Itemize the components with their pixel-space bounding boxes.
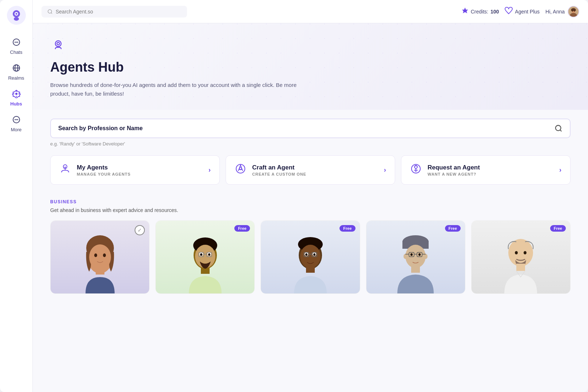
credits-icon [461,7,469,16]
profession-search-bar[interactable] [50,119,571,138]
craft-agent-card[interactable]: Craft an Agent Create a custom one › [226,155,395,185]
chats-label: Chats [10,49,23,55]
avatar[interactable] [568,6,579,17]
chats-icon [12,38,21,48]
svg-point-61 [307,239,314,245]
svg-point-44 [94,253,97,257]
avatar-image [568,6,579,17]
svg-point-4 [14,17,19,21]
business-section: Business Get ahead in business with expe… [33,193,588,303]
request-agent-title: Request an Agent [428,164,553,171]
search-hint: e.g. 'Randy' or 'Software Developer' [33,141,588,147]
my-agents-subtitle: Manage your agents [77,172,203,176]
request-agent-subtitle: Want a new agent? [428,172,553,176]
agent-avatar-5 [472,221,570,293]
app-logo[interactable] [7,6,26,25]
agent-avatar-2 [156,221,254,293]
svg-point-27 [574,10,575,12]
global-search-bar[interactable] [41,6,187,17]
realms-label: Realms [8,75,24,81]
sidebar-item-more[interactable]: More [0,111,32,137]
agent-card-free-badge-5: Free [550,225,566,232]
agent-card-check-badge: ✓ [135,225,145,235]
craft-agent-subtitle: Create a custom one [252,172,378,176]
svg-point-8 [17,42,18,43]
request-agent-icon [410,163,422,177]
svg-point-30 [556,125,561,131]
svg-point-82 [410,253,413,256]
action-cards-grid: My Agents Manage your agents › [33,147,588,193]
svg-rect-71 [306,266,315,273]
agent-card-2[interactable]: Free [155,220,255,294]
svg-point-21 [48,9,52,13]
svg-point-74 [405,245,426,268]
agent-cards-grid: ✓ [50,220,571,294]
hero-bg-pattern [33,23,588,110]
agent-plus-badge: Agent Plus [505,7,540,16]
search-section [33,110,588,138]
agent-card-free-badge-4: Free [445,225,461,232]
hero-section: Agents Hub Browse hundreds of done-for-y… [33,23,588,110]
hi-user: Hi, Anna [545,6,579,17]
agent-card-4[interactable]: Free [366,220,465,294]
svg-point-26 [572,10,573,12]
svg-point-86 [510,243,531,265]
svg-point-54 [208,253,210,256]
svg-point-88 [524,251,527,255]
topbar-right: Credits: 100 Agent Plus Hi, Anna [461,6,579,17]
credits-badge: Credits: 100 [461,7,499,16]
svg-point-43 [89,244,111,270]
svg-point-12 [15,93,17,95]
agent-avatar-3 [261,221,359,293]
svg-point-87 [515,251,518,255]
hi-user-text: Hi, Anna [545,9,565,15]
my-agents-card[interactable]: My Agents Manage your agents › [50,155,220,185]
request-agent-card[interactable]: Request an Agent Want a new agent? › [401,155,571,185]
agent-avatar-1 [51,221,149,293]
topbar: Credits: 100 Agent Plus Hi, Anna [33,0,588,23]
craft-agent-arrow: › [384,166,386,174]
svg-point-14 [18,93,19,95]
more-icon [12,115,21,125]
sidebar-item-chats[interactable]: Chats [0,33,32,59]
search-icon [47,9,53,15]
svg-point-83 [418,253,421,256]
svg-rect-46 [96,267,104,275]
request-agent-arrow: › [559,166,561,174]
svg-point-6 [15,42,16,43]
more-label: More [11,127,22,132]
sidebar-item-realms[interactable]: Realms [0,59,32,85]
agent-card-3[interactable]: Free [261,220,360,294]
request-agent-text: Request an Agent Want a new agent? [428,164,553,176]
agent-avatar-4 [366,221,465,293]
svg-point-7 [16,42,17,43]
svg-point-67 [313,253,315,256]
svg-point-20 [17,119,18,120]
svg-point-76 [424,254,428,259]
agent-card-5[interactable]: Free [471,220,571,294]
svg-point-40 [415,165,417,167]
craft-agent-icon [235,163,246,177]
profession-search-icon [555,124,563,132]
credits-label: Credits: [471,9,488,15]
svg-point-13 [13,93,14,95]
svg-point-66 [305,253,307,256]
agent-plus-label: Agent Plus [515,9,540,15]
my-agents-icon [59,163,71,177]
my-agents-arrow: › [208,166,211,174]
my-agents-text: My Agents Manage your agents [77,164,203,176]
agent-plus-icon [505,7,513,16]
global-search-input[interactable] [56,9,181,15]
business-section-description: Get ahead in business with expert advice… [50,207,571,213]
main-area: Credits: 100 Agent Plus Hi, Anna [33,0,588,392]
svg-point-75 [404,254,407,259]
profession-search-input[interactable] [58,125,550,132]
craft-agent-title: Craft an Agent [252,164,378,171]
svg-point-3 [15,13,17,15]
agent-card-1[interactable]: ✓ [50,220,150,294]
craft-agent-text: Craft an Agent Create a custom one [252,164,378,176]
svg-point-16 [16,96,17,97]
svg-rect-89 [516,264,525,271]
svg-point-63 [300,245,321,268]
sidebar-item-hubs[interactable]: Hubs [0,85,32,111]
